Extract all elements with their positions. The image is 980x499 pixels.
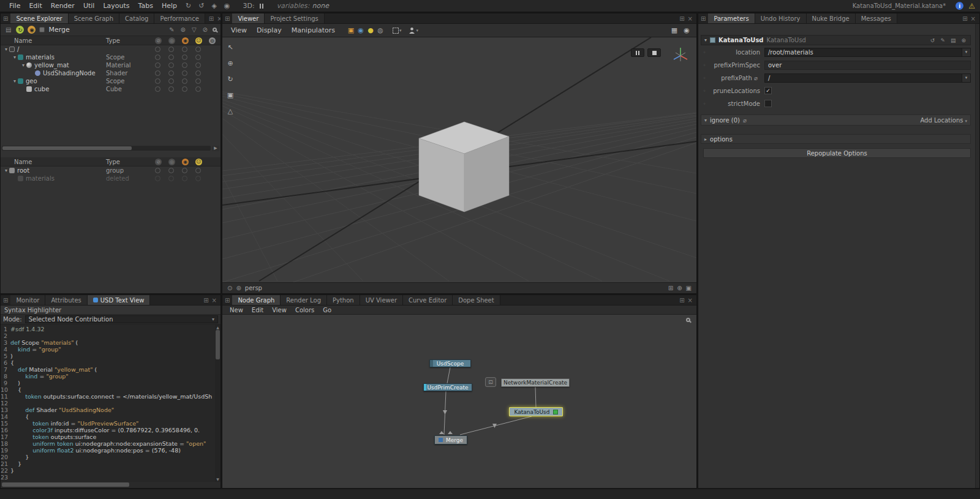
lighting-icon[interactable]: ● xyxy=(366,26,375,34)
go-menu[interactable]: Go xyxy=(319,307,335,313)
tab[interactable]: Python xyxy=(327,295,360,305)
viewer-column-icon[interactable]: ◍ xyxy=(209,37,216,44)
stop-button[interactable] xyxy=(647,48,661,57)
eye-icon[interactable]: ◉ xyxy=(682,26,692,34)
render-loop-icon[interactable]: ↺ xyxy=(195,2,207,10)
prefixprimspec-select[interactable]: over xyxy=(764,61,971,70)
view-menu[interactable]: View xyxy=(268,307,290,313)
tree-row[interactable]: ▾ / xyxy=(1,45,221,53)
expand-caret-icon[interactable]: ▸ xyxy=(704,137,707,142)
viewport-3d[interactable]: ↖ ⊕ ↻ ▣ △ xyxy=(222,37,696,282)
tab[interactable]: Parameters xyxy=(708,13,755,23)
tree-row[interactable]: ▾ yellow_mat Material xyxy=(1,61,221,69)
menu-item[interactable]: Tabs xyxy=(134,2,157,10)
warning-icon[interactable]: ⚠ xyxy=(968,2,975,10)
tab[interactable]: Messages xyxy=(856,13,897,23)
flush-caches-icon[interactable]: ◈ xyxy=(208,2,219,10)
tab[interactable]: Dope Sheet xyxy=(453,295,500,305)
lock-icon[interactable]: ⊘ xyxy=(202,26,209,33)
tree-row[interactable]: ▾ materials Scope xyxy=(1,53,221,61)
visibility-toggles[interactable] xyxy=(155,62,201,68)
live-render-column-icon[interactable]: ◉ xyxy=(182,37,189,44)
tab[interactable]: Scene Explorer xyxy=(10,13,68,23)
new-menu[interactable]: New xyxy=(226,307,247,313)
type-column-header[interactable]: Type xyxy=(106,37,120,44)
implicit-resolvers-icon[interactable]: ◉ xyxy=(28,26,36,34)
tab[interactable]: Performance xyxy=(154,13,205,23)
control-icon[interactable]: ◉ xyxy=(221,2,233,10)
add-tab-icon[interactable]: ⊞ xyxy=(209,15,214,22)
location-field[interactable]: /root/materials xyxy=(764,48,962,57)
scroll-up-icon[interactable]: ▲ xyxy=(216,325,219,329)
node-graph-canvas[interactable]: ⊡ UsdScope UsdPrimCreate NetworkMaterial… xyxy=(222,315,696,488)
usd-stage-icon[interactable]: ▣ xyxy=(346,26,356,34)
add-tab-icon[interactable]: ⊞ xyxy=(203,297,208,304)
tree-row[interactable]: ▾ UsdShadingNode Shader xyxy=(1,69,221,77)
tab[interactable]: Monitor xyxy=(10,295,45,305)
panel-grid-icon[interactable]: ⊞ xyxy=(1,295,10,305)
chevron-down-icon[interactable]: ▾ xyxy=(962,48,971,57)
tab[interactable]: Curve Editor xyxy=(403,295,453,305)
prunelocations-checkbox[interactable] xyxy=(764,87,772,94)
select-tool-icon[interactable]: ↖ xyxy=(226,43,235,51)
param-state-dot[interactable]: ◦ xyxy=(701,101,708,107)
reset-icon[interactable]: ↺ xyxy=(929,37,937,43)
globe-icon[interactable]: ◉ xyxy=(356,26,366,34)
visibility-toggles[interactable] xyxy=(155,168,201,173)
mode-select[interactable]: Selected Node Contribution ▾ xyxy=(25,315,218,323)
node-katanatousd-selected[interactable]: KatanaToUsd xyxy=(509,407,563,416)
tab[interactable]: UV Viewer xyxy=(360,295,403,305)
collapse-caret-icon[interactable]: ▾ xyxy=(704,37,707,43)
info-icon[interactable]: i xyxy=(956,2,963,10)
tree-row[interactable]: ▾ root group xyxy=(1,167,221,174)
tree-row[interactable]: ▾ cube Cube xyxy=(1,85,221,93)
visibility-column-icon[interactable]: ⊘ xyxy=(155,159,162,165)
tree-row[interactable]: ▾ materials deleted xyxy=(1,174,221,182)
rotate-tool-icon[interactable]: ↻ xyxy=(226,75,235,83)
snap-tool-icon[interactable]: △ xyxy=(226,107,235,115)
menu-item[interactable]: Render xyxy=(47,2,79,10)
scroll-down-icon[interactable]: ▼ xyxy=(216,477,219,481)
tab[interactable]: Undo History xyxy=(755,13,807,23)
selection-mode-dropdown[interactable]: ▾ xyxy=(393,28,402,34)
param-state-dot[interactable]: ◦ xyxy=(701,62,708,68)
code-hscrollbar[interactable] xyxy=(1,482,221,488)
ignore-group-row[interactable]: ▾ ignore (0) ⌀ Add Locations▾ xyxy=(701,114,971,126)
tab[interactable]: Viewer xyxy=(232,13,265,23)
visibility-toggles[interactable] xyxy=(155,47,201,52)
type-column-header[interactable]: Type xyxy=(106,159,120,165)
panel-grid-icon[interactable]: ⊞ xyxy=(698,13,708,23)
monitor-layer-icon[interactable]: ▦ xyxy=(669,26,679,34)
tab[interactable]: Node Graph xyxy=(232,295,281,305)
name-column-header[interactable]: Name xyxy=(14,159,32,165)
param-state-dot[interactable]: ◦ xyxy=(701,88,708,94)
strictmode-checkbox[interactable] xyxy=(764,100,772,107)
node-merge[interactable]: Merge xyxy=(434,435,467,445)
camera-name[interactable]: persp xyxy=(245,285,262,291)
working-set-column-icon[interactable]: ☺ xyxy=(195,159,202,165)
menu-item[interactable]: File xyxy=(5,2,24,10)
enabled-chip-icon[interactable] xyxy=(553,410,558,415)
search-icon[interactable] xyxy=(686,318,690,322)
camera-settings-icon[interactable]: ⊛ xyxy=(236,285,241,291)
visibility-toggles[interactable] xyxy=(155,176,201,181)
display-menu[interactable]: Display xyxy=(253,26,285,34)
colors-menu[interactable]: Colors xyxy=(292,307,318,313)
add-tab-icon[interactable]: ⊞ xyxy=(679,297,684,304)
hscroll-handle[interactable] xyxy=(2,482,129,487)
panel-grid-icon[interactable]: ⊞ xyxy=(1,13,10,23)
manipulators-menu[interactable]: Manipulators xyxy=(288,26,339,34)
scroll-right-icon[interactable]: ▶ xyxy=(212,146,219,151)
live-update-icon[interactable]: ↻ xyxy=(16,26,24,34)
expand-caret-icon[interactable]: ▾ xyxy=(20,62,26,68)
snapshot-icon[interactable]: ▣ xyxy=(686,285,692,291)
panel-grid-icon[interactable]: ⊞ xyxy=(222,295,232,305)
search-icon[interactable] xyxy=(213,28,217,32)
layers-icon[interactable]: ▤ xyxy=(4,26,12,33)
pause-button[interactable] xyxy=(631,48,644,57)
close-panel-icon[interactable]: × xyxy=(971,15,976,22)
fit-view-icon[interactable]: ⊞ xyxy=(668,285,673,291)
tab[interactable]: Scene Graph xyxy=(69,13,119,23)
hscroll-handle[interactable] xyxy=(2,146,132,150)
tree-row[interactable]: ▾ geo Scope xyxy=(1,77,221,85)
